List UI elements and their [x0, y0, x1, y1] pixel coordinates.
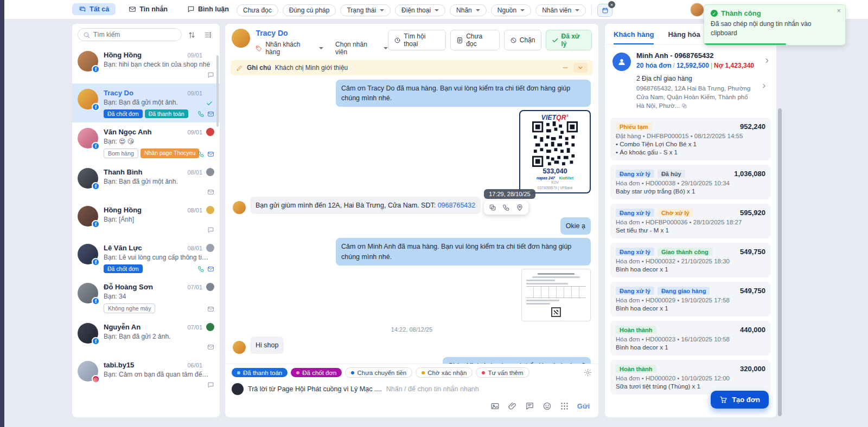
paperclip-icon[interactable] — [508, 402, 517, 411]
tab-products[interactable]: Hàng hóa — [668, 30, 700, 44]
phone-icon[interactable] — [502, 204, 510, 211]
conversation-item-selected[interactable]: f Tracy Do 09/01 Bạn: Bạn đã gửi một ảnh… — [72, 83, 220, 122]
tab-messages-label: Tin nhắn — [139, 5, 168, 13]
emoji-icon[interactable] — [542, 402, 552, 411]
conversation-preview: Bạn: Bạn đã gửi một ảnh. — [104, 99, 211, 106]
user-avatar[interactable] — [690, 3, 704, 17]
chevron-down-icon — [435, 9, 439, 11]
tag-label: Đã thanh toán — [243, 370, 282, 376]
conversation-item[interactable]: f Lê Văn Lực 08/01 Bạn: Lê vui lòng cung… — [72, 238, 220, 277]
tag-waiting-confirm[interactable]: Chờ xác nhận — [416, 367, 473, 378]
order-card[interactable]: Đang xử lýĐang giao hàng 549,750 Hóa đơn… — [610, 282, 771, 316]
facebook-icon: f — [92, 142, 100, 150]
customer-summary[interactable]: Minh Anh - 0968765432 20 hóa đơn/12,592,… — [605, 45, 776, 75]
conversation-date: 07/01 — [187, 284, 202, 290]
conversation-item[interactable]: f Đỗ Hoàng Sơn 07/01 Bạn: 34 Không nghe … — [72, 277, 220, 318]
copy-icon[interactable] — [489, 204, 496, 211]
order-card[interactable]: Phiếu tạm 952,240 Đặt hàng • DHFBP000015… — [610, 118, 771, 160]
order-card[interactable]: Đang xử lýĐã hủy 1,036,080 Hóa đơn • HD0… — [610, 165, 771, 199]
staff-select-dropdown-label: Chọn nhân viên — [335, 41, 380, 56]
reply-bar[interactable]: Trả lời từ Page Hội Phát cuồng vì Lý Mạc… — [225, 381, 598, 397]
filter-label: Nhân viên — [542, 7, 571, 14]
order-list: Phiếu tạm 952,240 Đặt hàng • DHFBP000015… — [605, 117, 776, 400]
order-card[interactable]: Đang xử lýChờ xử lý 595,920 Hóa đơn • HD… — [610, 204, 771, 238]
date-filter-button[interactable]: × — [597, 4, 612, 17]
minus-icon[interactable] — [561, 64, 569, 72]
quick-reply-icon[interactable] — [525, 402, 534, 411]
chat-squares-icon — [79, 5, 86, 13]
find-conversation-label: Tìm hội thoại — [404, 33, 440, 48]
customer-main: Minh Anh - 0968765432 20 hóa đơn/12,592,… — [636, 51, 762, 69]
mark-done-button[interactable]: Đã xử lý — [546, 30, 592, 50]
clear-date-filter-icon[interactable]: × — [608, 1, 615, 8]
filter-phone[interactable]: Điện thoại — [395, 4, 445, 16]
note-controls — [561, 63, 588, 73]
copy-address-icon[interactable] — [681, 102, 687, 111]
filter-status[interactable]: Trạng thái — [340, 4, 391, 16]
conversation-tags-row: Đã thanh toán Đã chốt đơn Chưa chuyển ti… — [225, 364, 598, 381]
invoice-image[interactable] — [521, 269, 591, 321]
tab-messages[interactable]: Tin nhắn — [122, 3, 174, 15]
phone-link[interactable]: 0968765432 — [438, 202, 476, 209]
block-button[interactable]: Chặn — [504, 30, 541, 50]
vietqr-payment-card[interactable]: VIETQR® 533,040 napas 247 KiotViet KOV 0… — [519, 110, 591, 193]
tag-no-transfer[interactable]: Chưa chuyển tiền — [345, 367, 412, 378]
conversation-item[interactable]: f Thanh Bình 08/01 Bạn: Bạn đã gửi một ả… — [72, 163, 220, 200]
page-avatar — [232, 383, 244, 395]
filter-syntax[interactable]: Đúng cú pháp — [283, 4, 336, 16]
chat-panel: Tracy Do Nhãn khách hàng Chọn nhân viên … — [225, 24, 598, 417]
conversation-item[interactable]: f Văn Ngọc Anh 09/01 Bạn: 😍 😘 Bom hàng N… — [72, 122, 220, 163]
conversation-date: 06/01 — [187, 362, 202, 368]
staff-select-dropdown[interactable]: Chọn nhân viên — [335, 41, 388, 56]
tag-consult-more[interactable]: Tư vấn thêm — [476, 367, 529, 378]
order-item: Baby star ướp trắng (Bó) x 1 — [616, 188, 765, 195]
filter-unread[interactable]: Chưa đọc — [237, 4, 278, 16]
conversation-item[interactable]: f Nguyễn An 07/01 Bạn: Bạn đã gửi 2 ảnh. — [72, 318, 220, 355]
order-amount: 549,750 — [740, 287, 765, 295]
order-card[interactable]: Hoàn thành 440,000 Hóa đơn • HD000023 • … — [610, 321, 771, 355]
tag-closed-order[interactable]: Đã chốt đơn — [291, 368, 342, 377]
note-bar[interactable]: Ghi chú Khách chị Minh giới thiệu — [231, 60, 593, 75]
apps-grid-icon[interactable] — [560, 402, 569, 411]
avatar: f — [78, 283, 98, 303]
mark-unread-button[interactable]: Chưa đọc — [450, 30, 500, 50]
order-item: Bình hoa decor x 1 — [616, 344, 765, 351]
conversation-name: Hồng Hồng — [104, 51, 142, 59]
create-order-button[interactable]: Tạo đơn — [711, 391, 769, 409]
conversation-preview: Bạn: [Ảnh] — [104, 216, 211, 223]
tag-paid[interactable]: Đã thanh toán — [232, 368, 288, 377]
sidebar-scrollbar[interactable] — [216, 55, 219, 127]
conversation-item[interactable]: ◎ tabi.by15 06/01 Bạn: Cảm ơn bạn đã qua… — [72, 355, 220, 393]
conversation-item[interactable]: f Hồng Hồng 08/01 Bạn: [Ảnh] — [72, 200, 220, 238]
gear-icon[interactable] — [584, 368, 592, 377]
note-collapse-button[interactable] — [573, 63, 588, 73]
chevron-right-icon[interactable] — [761, 82, 768, 89]
tab-comments[interactable]: Bình luận — [181, 3, 235, 15]
image-icon[interactable] — [490, 402, 500, 411]
filter-tag[interactable]: Nhãn — [450, 4, 487, 16]
filter-staff[interactable]: Nhân viên — [535, 4, 586, 16]
tab-all[interactable]: Tất cả — [72, 3, 116, 15]
order-card[interactable]: Hoàn thành 320,000 Hóa đơn • HD000020 • … — [610, 360, 771, 394]
search-input[interactable] — [93, 31, 176, 38]
sort-arrows-icon — [188, 31, 196, 39]
assigned-staff-avatar — [206, 244, 214, 252]
find-conversation-button[interactable]: Tìm hội thoại — [388, 30, 446, 50]
conversation-sidebar: f Hồng Hồng 09/01 Bạn: hihi bạn check ti… — [72, 24, 220, 417]
conversation-item[interactable]: f Hồng Hồng 09/01 Bạn: hihi bạn check ti… — [72, 46, 220, 83]
customer-label-dropdown[interactable]: Nhãn khách hàng — [256, 41, 323, 56]
tab-customer[interactable]: Khách hàng — [614, 30, 654, 44]
order-card[interactable]: Đang xử lýGiao thành công 549,750 Hóa đơ… — [610, 243, 771, 277]
panel-scrollbar[interactable] — [778, 108, 782, 416]
sort-button[interactable] — [185, 28, 198, 41]
list-settings-button[interactable] — [201, 28, 214, 41]
location-pin-icon[interactable] — [516, 204, 524, 211]
shipping-address[interactable]: 2 Địa chỉ giao hàng 0968765432, 12A Hai … — [636, 75, 769, 111]
chevron-right-icon[interactable] — [763, 57, 771, 64]
toast-close-icon[interactable]: × — [837, 7, 841, 15]
send-button[interactable]: Gửi — [577, 402, 590, 410]
assigned-staff-avatar — [206, 283, 214, 291]
filter-source[interactable]: Nguồn — [491, 4, 531, 16]
instagram-icon: ◎ — [92, 375, 100, 383]
comment-icon — [187, 5, 195, 13]
